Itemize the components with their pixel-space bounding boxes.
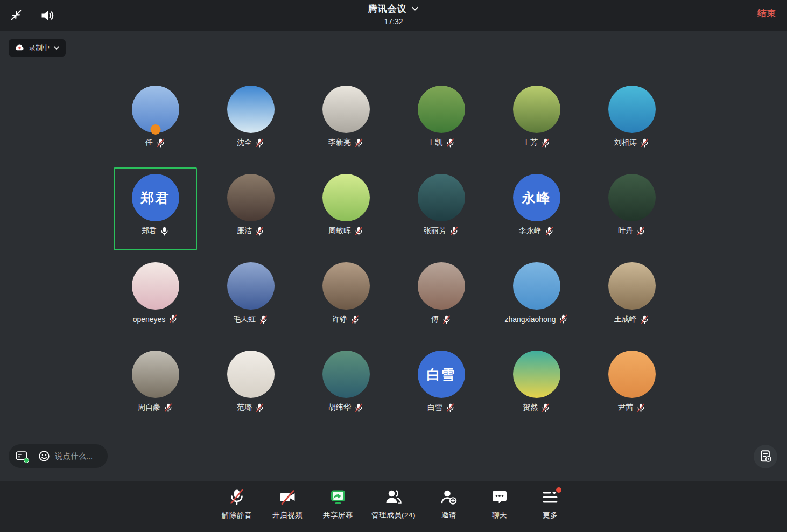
chat-input[interactable] — [55, 452, 99, 460]
participant-tile[interactable]: 郑君 郑君 — [108, 167, 203, 256]
participant-name-row: 傅 — [431, 314, 451, 324]
speaker-button[interactable] — [39, 8, 56, 24]
quick-chat-bar — [9, 444, 108, 468]
avatar-image — [513, 351, 560, 398]
participant-avatar: 永峰 — [513, 174, 560, 221]
participant-avatar: 郑君 — [132, 174, 179, 221]
participant-name-row: 沈全 — [237, 138, 264, 148]
mic-muted-icon — [559, 314, 568, 324]
participant-tile[interactable]: 傅 — [394, 256, 489, 344]
participant-name-row: 许铮 — [332, 314, 360, 324]
participant-tile[interactable]: 周敏晖 — [298, 167, 394, 256]
participant-name-row: 李新亮 — [328, 138, 363, 148]
avatar-initials: 郑君 — [141, 189, 170, 207]
participant-avatar — [418, 86, 465, 133]
participant-avatar — [608, 86, 656, 133]
avatar-image — [418, 174, 465, 221]
bottom-toolbar: 解除静音 开启视频 共享屏幕 管理成员(24) 邀请 — [0, 481, 787, 532]
avatar-image — [322, 351, 370, 398]
meeting-time: 17:32 — [368, 17, 419, 26]
participant-name: 许铮 — [332, 314, 347, 324]
invite-icon — [440, 488, 458, 507]
participant-tile[interactable]: 白雪 白雪 — [394, 344, 489, 432]
participant-avatar — [132, 86, 179, 133]
participant-tile[interactable]: 永峰 李永峰 — [489, 167, 584, 256]
unmute-button[interactable]: 解除静音 — [220, 488, 254, 520]
avatar-image — [227, 351, 275, 398]
participant-tile[interactable]: 胡纬华 — [298, 344, 394, 432]
participant-name-row: 刘相涛 — [614, 138, 649, 148]
recording-label: 录制中 — [29, 43, 50, 53]
invite-button[interactable]: 邀请 — [432, 488, 466, 520]
members-icon — [385, 488, 402, 507]
participant-tile[interactable]: openeyes — [108, 256, 203, 344]
participant-name-row: 周自豪 — [138, 403, 173, 412]
mic-muted-icon — [255, 403, 264, 412]
participant-name-row: 廉洁 — [237, 226, 264, 236]
screen-share-icon — [329, 488, 347, 507]
participant-tile[interactable]: 李新亮 — [298, 79, 394, 167]
participant-tile[interactable]: 范璐 — [203, 344, 298, 432]
participant-avatar — [227, 262, 275, 310]
participant-tile[interactable]: 任 — [108, 79, 203, 167]
participant-tile[interactable]: 王凯 — [394, 79, 489, 167]
participant-avatar — [608, 262, 656, 310]
mic-muted-icon — [446, 138, 455, 148]
participant-tile[interactable]: 刘相涛 — [584, 79, 679, 167]
participant-avatar — [608, 174, 656, 221]
exit-fullscreen-button[interactable] — [9, 8, 25, 24]
participant-tile[interactable]: 王成峰 — [584, 256, 679, 344]
avatar-image — [513, 262, 560, 310]
participant-name: 贺然 — [523, 403, 538, 412]
end-meeting-button[interactable]: 结束 — [757, 8, 776, 19]
avatar-image — [322, 86, 370, 133]
mic-muted-icon — [545, 227, 554, 236]
participant-name-row: 王芳 — [523, 138, 550, 148]
share-screen-button[interactable]: 共享屏幕 — [321, 488, 355, 520]
mic-muted-icon — [259, 315, 268, 324]
danmaku-toggle[interactable] — [16, 451, 28, 461]
participant-tile[interactable]: 毛天虹 — [203, 256, 298, 344]
participant-tile[interactable]: 王芳 — [489, 79, 584, 167]
participant-name: 张丽芳 — [424, 226, 446, 236]
mic-muted-icon — [541, 403, 550, 412]
participant-name: 尹茜 — [618, 403, 633, 412]
manage-members-button[interactable]: 管理成员(24) — [371, 488, 416, 520]
mic-muted-icon — [354, 138, 363, 148]
emoji-button[interactable] — [38, 450, 50, 462]
participant-name-row: 尹茜 — [618, 403, 645, 412]
participant-tile[interactable]: 贺然 — [489, 344, 584, 432]
participant-avatar — [322, 86, 370, 133]
recording-badge[interactable]: 录制中 — [9, 39, 66, 57]
meeting-notes-button[interactable] — [754, 445, 777, 468]
chat-button[interactable]: 聊天 — [482, 488, 517, 520]
participant-name-row: 贺然 — [523, 403, 550, 412]
smiley-icon — [38, 454, 50, 464]
avatar-image — [418, 262, 465, 310]
mic-slash-icon — [228, 488, 245, 507]
participant-tile[interactable]: 廉洁 — [203, 167, 298, 256]
avatar-image — [608, 351, 656, 398]
meeting-title: 腾讯会议 — [368, 3, 407, 15]
speaker-icon — [40, 9, 55, 23]
participant-tile[interactable]: 许铮 — [298, 256, 394, 344]
notification-dot — [556, 487, 561, 493]
more-button[interactable]: 更多 — [533, 488, 567, 520]
participant-tile[interactable]: zhangxiaohong — [489, 256, 584, 344]
mic-muted-icon — [449, 227, 459, 236]
participant-name-row: 王成峰 — [614, 314, 649, 324]
camera-slash-icon — [279, 488, 296, 507]
participant-tile[interactable]: 周自豪 — [108, 344, 203, 432]
meeting-title-dropdown[interactable]: 腾讯会议 — [368, 3, 419, 15]
participant-avatar — [227, 351, 275, 398]
participant-name-row: 李永峰 — [519, 226, 554, 236]
mic-muted-icon — [350, 315, 360, 324]
participant-tile[interactable]: 沈全 — [203, 79, 298, 167]
participant-tile[interactable]: 叶丹 — [584, 167, 679, 256]
mic-muted-icon — [255, 138, 264, 148]
participant-tile[interactable]: 尹茜 — [584, 344, 679, 432]
start-video-button[interactable]: 开启视频 — [270, 488, 305, 520]
participant-tile[interactable]: 张丽芳 — [394, 167, 489, 256]
participant-avatar — [322, 262, 370, 310]
avatar-image — [227, 86, 275, 133]
